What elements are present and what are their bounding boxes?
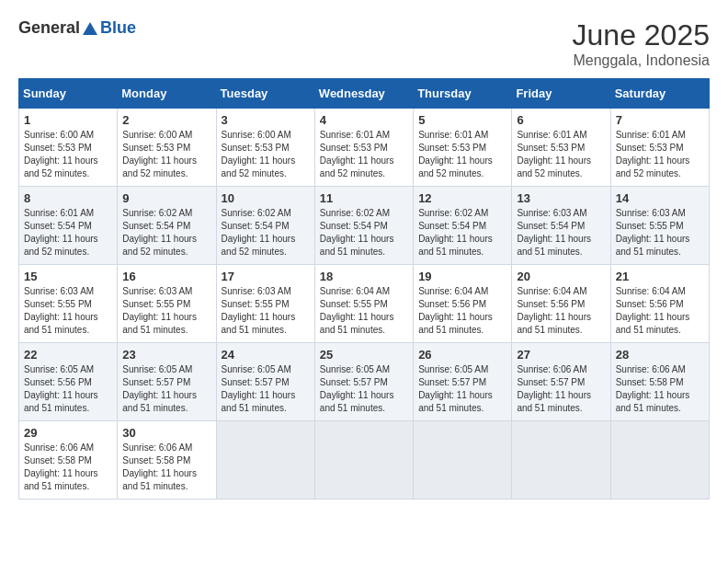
calendar-cell: 6Sunrise: 6:01 AMSunset: 5:53 PMDaylight… bbox=[512, 109, 610, 187]
cell-info: Sunrise: 6:01 AMSunset: 5:53 PMDaylight:… bbox=[616, 129, 704, 180]
cell-info: Sunrise: 6:02 AMSunset: 5:54 PMDaylight:… bbox=[222, 207, 310, 259]
header-day-tuesday: Tuesday bbox=[216, 79, 314, 109]
month-title: June 2025 bbox=[573, 18, 710, 52]
day-number: 22 bbox=[24, 348, 112, 362]
cell-info: Sunrise: 6:01 AMSunset: 5:53 PMDaylight:… bbox=[517, 129, 605, 180]
day-number: 3 bbox=[222, 113, 310, 127]
cell-info: Sunrise: 6:02 AMSunset: 5:54 PMDaylight:… bbox=[122, 207, 210, 259]
header-day-thursday: Thursday bbox=[414, 79, 512, 109]
day-number: 5 bbox=[418, 113, 506, 127]
day-number: 14 bbox=[616, 191, 704, 205]
day-number: 1 bbox=[24, 113, 112, 127]
week-row-5: 29Sunrise: 6:06 AMSunset: 5:58 PMDayligh… bbox=[19, 421, 710, 500]
calendar-cell: 18Sunrise: 6:04 AMSunset: 5:55 PMDayligh… bbox=[314, 265, 413, 343]
header-day-monday: Monday bbox=[118, 79, 216, 109]
cell-info: Sunrise: 6:06 AMSunset: 5:57 PMDaylight:… bbox=[517, 363, 605, 415]
day-number: 2 bbox=[122, 113, 210, 127]
header-day-saturday: Saturday bbox=[610, 79, 709, 109]
calendar-cell: 28Sunrise: 6:06 AMSunset: 5:58 PMDayligh… bbox=[610, 343, 709, 421]
cell-info: Sunrise: 6:03 AMSunset: 5:55 PMDaylight:… bbox=[24, 285, 112, 337]
logo-general-text: General bbox=[18, 18, 80, 38]
location: Menggala, Indonesia bbox=[573, 52, 710, 69]
calendar-cell: 4Sunrise: 6:01 AMSunset: 5:53 PMDaylight… bbox=[314, 109, 413, 187]
day-number: 18 bbox=[320, 270, 408, 283]
day-number: 17 bbox=[222, 270, 310, 283]
week-row-4: 22Sunrise: 6:05 AMSunset: 5:56 PMDayligh… bbox=[19, 343, 710, 421]
cell-info: Sunrise: 6:06 AMSunset: 5:58 PMDaylight:… bbox=[122, 442, 210, 493]
day-number: 26 bbox=[418, 348, 506, 362]
cell-info: Sunrise: 6:03 AMSunset: 5:55 PMDaylight:… bbox=[122, 285, 210, 337]
calendar-cell bbox=[314, 421, 413, 500]
day-number: 29 bbox=[24, 426, 112, 440]
cell-info: Sunrise: 6:01 AMSunset: 5:53 PMDaylight:… bbox=[418, 129, 506, 180]
calendar-cell: 13Sunrise: 6:03 AMSunset: 5:54 PMDayligh… bbox=[512, 187, 610, 265]
header-row: SundayMondayTuesdayWednesdayThursdayFrid… bbox=[19, 79, 710, 109]
title-block: June 2025 Menggala, Indonesia bbox=[573, 18, 710, 69]
day-number: 7 bbox=[616, 113, 704, 127]
calendar-cell: 14Sunrise: 6:03 AMSunset: 5:55 PMDayligh… bbox=[610, 187, 709, 265]
calendar-cell: 15Sunrise: 6:03 AMSunset: 5:55 PMDayligh… bbox=[19, 265, 118, 343]
cell-info: Sunrise: 6:01 AMSunset: 5:54 PMDaylight:… bbox=[24, 207, 112, 259]
calendar-cell: 16Sunrise: 6:03 AMSunset: 5:55 PMDayligh… bbox=[118, 265, 216, 343]
day-number: 15 bbox=[24, 270, 112, 283]
calendar-cell: 17Sunrise: 6:03 AMSunset: 5:55 PMDayligh… bbox=[216, 265, 314, 343]
header-day-friday: Friday bbox=[512, 79, 610, 109]
day-number: 21 bbox=[616, 270, 704, 283]
calendar-cell: 22Sunrise: 6:05 AMSunset: 5:56 PMDayligh… bbox=[19, 343, 118, 421]
cell-info: Sunrise: 6:06 AMSunset: 5:58 PMDaylight:… bbox=[616, 363, 704, 415]
cell-info: Sunrise: 6:04 AMSunset: 5:56 PMDaylight:… bbox=[616, 285, 704, 337]
calendar-cell: 7Sunrise: 6:01 AMSunset: 5:53 PMDaylight… bbox=[610, 109, 709, 187]
day-number: 19 bbox=[418, 270, 506, 283]
calendar-cell: 26Sunrise: 6:05 AMSunset: 5:57 PMDayligh… bbox=[414, 343, 512, 421]
cell-info: Sunrise: 6:02 AMSunset: 5:54 PMDaylight:… bbox=[418, 207, 506, 259]
logo-triangle-icon bbox=[82, 20, 98, 37]
header-day-wednesday: Wednesday bbox=[314, 79, 413, 109]
cell-info: Sunrise: 6:04 AMSunset: 5:56 PMDaylight:… bbox=[517, 285, 605, 337]
day-number: 11 bbox=[320, 191, 408, 205]
cell-info: Sunrise: 6:03 AMSunset: 5:54 PMDaylight:… bbox=[517, 207, 605, 259]
calendar-cell: 12Sunrise: 6:02 AMSunset: 5:54 PMDayligh… bbox=[414, 187, 512, 265]
calendar-cell: 24Sunrise: 6:05 AMSunset: 5:57 PMDayligh… bbox=[216, 343, 314, 421]
calendar-cell: 8Sunrise: 6:01 AMSunset: 5:54 PMDaylight… bbox=[19, 187, 118, 265]
cell-info: Sunrise: 6:05 AMSunset: 5:57 PMDaylight:… bbox=[122, 363, 210, 415]
cell-info: Sunrise: 6:05 AMSunset: 5:57 PMDaylight:… bbox=[222, 363, 310, 415]
calendar-table: SundayMondayTuesdayWednesdayThursdayFrid… bbox=[18, 78, 710, 500]
cell-info: Sunrise: 6:03 AMSunset: 5:55 PMDaylight:… bbox=[616, 207, 704, 259]
cell-info: Sunrise: 6:05 AMSunset: 5:57 PMDaylight:… bbox=[320, 363, 408, 415]
day-number: 13 bbox=[517, 191, 605, 205]
cell-info: Sunrise: 6:00 AMSunset: 5:53 PMDaylight:… bbox=[24, 129, 112, 180]
day-number: 20 bbox=[517, 270, 605, 283]
calendar-cell: 5Sunrise: 6:01 AMSunset: 5:53 PMDaylight… bbox=[414, 109, 512, 187]
day-number: 8 bbox=[24, 191, 112, 205]
calendar-cell bbox=[610, 421, 709, 500]
calendar-cell: 2Sunrise: 6:00 AMSunset: 5:53 PMDaylight… bbox=[118, 109, 216, 187]
calendar-cell: 30Sunrise: 6:06 AMSunset: 5:58 PMDayligh… bbox=[118, 421, 216, 500]
calendar-cell bbox=[512, 421, 610, 500]
calendar-cell bbox=[216, 421, 314, 500]
calendar-cell: 11Sunrise: 6:02 AMSunset: 5:54 PMDayligh… bbox=[314, 187, 413, 265]
svg-marker-0 bbox=[83, 22, 97, 35]
calendar-cell: 21Sunrise: 6:04 AMSunset: 5:56 PMDayligh… bbox=[610, 265, 709, 343]
week-row-1: 1Sunrise: 6:00 AMSunset: 5:53 PMDaylight… bbox=[19, 109, 710, 187]
header-day-sunday: Sunday bbox=[19, 79, 118, 109]
cell-info: Sunrise: 6:03 AMSunset: 5:55 PMDaylight:… bbox=[222, 285, 310, 337]
calendar-cell bbox=[414, 421, 512, 500]
logo-blue-text: Blue bbox=[100, 18, 136, 38]
day-number: 16 bbox=[122, 270, 210, 283]
calendar-cell: 27Sunrise: 6:06 AMSunset: 5:57 PMDayligh… bbox=[512, 343, 610, 421]
logo: General Blue bbox=[18, 18, 136, 38]
calendar-cell: 10Sunrise: 6:02 AMSunset: 5:54 PMDayligh… bbox=[216, 187, 314, 265]
day-number: 30 bbox=[122, 426, 210, 440]
cell-info: Sunrise: 6:01 AMSunset: 5:53 PMDaylight:… bbox=[320, 129, 408, 180]
day-number: 24 bbox=[222, 348, 310, 362]
day-number: 28 bbox=[616, 348, 704, 362]
calendar-cell: 19Sunrise: 6:04 AMSunset: 5:56 PMDayligh… bbox=[414, 265, 512, 343]
day-number: 25 bbox=[320, 348, 408, 362]
calendar-cell: 3Sunrise: 6:00 AMSunset: 5:53 PMDaylight… bbox=[216, 109, 314, 187]
calendar-header: SundayMondayTuesdayWednesdayThursdayFrid… bbox=[19, 79, 710, 109]
calendar-cell: 29Sunrise: 6:06 AMSunset: 5:58 PMDayligh… bbox=[19, 421, 118, 500]
cell-info: Sunrise: 6:00 AMSunset: 5:53 PMDaylight:… bbox=[122, 129, 210, 180]
calendar-cell: 20Sunrise: 6:04 AMSunset: 5:56 PMDayligh… bbox=[512, 265, 610, 343]
page-header: General Blue June 2025 Menggala, Indones… bbox=[18, 18, 710, 69]
week-row-2: 8Sunrise: 6:01 AMSunset: 5:54 PMDaylight… bbox=[19, 187, 710, 265]
